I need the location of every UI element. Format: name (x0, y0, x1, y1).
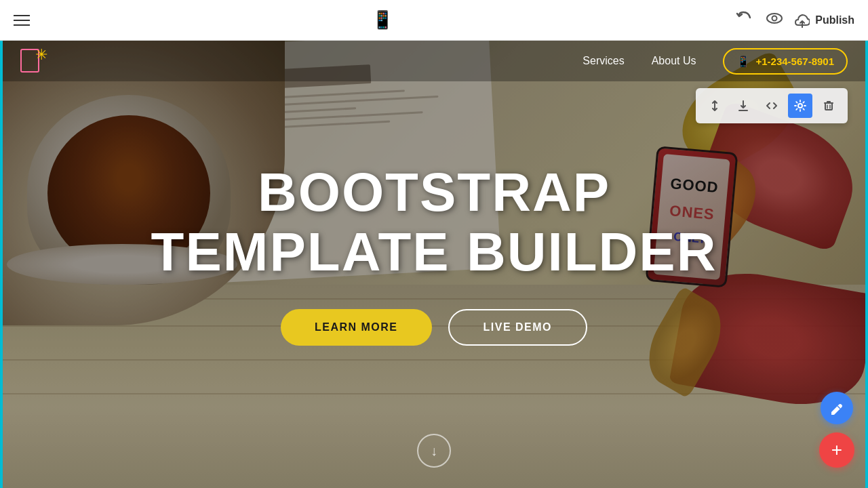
mobile-preview-icon[interactable]: 📱 (372, 9, 393, 30)
preview-icon[interactable] (765, 9, 784, 32)
fab-edit-button[interactable] (821, 392, 853, 424)
canvas-border-right (865, 41, 868, 488)
arrow-icon: ↓ (431, 443, 437, 459)
toolbar-left (14, 15, 30, 26)
logo-sun-icon: ✳ (35, 47, 47, 62)
publish-button[interactable]: Publish (795, 13, 854, 28)
delete-button[interactable] (816, 94, 841, 118)
nav-phone-button[interactable]: 📱 +1-234-567-8901 (723, 48, 848, 75)
nav-links: Services About Us 📱 +1-234-567-8901 (583, 48, 848, 75)
publish-label: Publish (815, 14, 854, 26)
scroll-down-arrow[interactable]: ↓ (417, 434, 451, 468)
hero-title-line2: TEMPLATE BUILDER (151, 222, 717, 282)
site-logo: ✳ (20, 47, 54, 75)
settings-button[interactable] (788, 94, 812, 118)
toolbar-center: 📱 (372, 9, 393, 30)
sort-button[interactable] (703, 94, 727, 118)
undo-icon[interactable] (735, 9, 754, 32)
phone-icon: 📱 (736, 55, 750, 68)
canvas: GOOD ONES ONLY ✳ Services About Us 📱 +1-… (0, 41, 868, 488)
svg-point-0 (767, 14, 782, 23)
logo-icon: ✳ (20, 47, 54, 75)
code-button[interactable] (760, 94, 784, 118)
toolbar-right: Publish (735, 9, 854, 32)
hero-content: BOOTSTRAP TEMPLATE BUILDER LEARN MORE LI… (0, 95, 868, 346)
hamburger-menu[interactable] (14, 15, 30, 26)
hero-buttons: LEARN MORE LIVE DEMO (281, 309, 587, 346)
hero-title: BOOTSTRAP TEMPLATE BUILDER (151, 163, 717, 282)
nav-about[interactable]: About Us (652, 55, 696, 67)
add-icon: + (831, 441, 842, 460)
phone-number: +1-234-567-8901 (755, 56, 834, 67)
float-toolbar (696, 88, 848, 123)
site-navigation: ✳ Services About Us 📱 +1-234-567-8901 (0, 41, 868, 81)
download-button[interactable] (731, 94, 755, 118)
canvas-border-left (0, 41, 3, 488)
learn-more-button[interactable]: LEARN MORE (281, 309, 432, 346)
fab-container: + (819, 392, 854, 468)
nav-services[interactable]: Services (583, 55, 624, 67)
top-toolbar: 📱 Publish (0, 0, 868, 41)
hero-title-line1: BOOTSTRAP (258, 162, 610, 222)
fab-add-button[interactable]: + (819, 432, 854, 468)
svg-point-4 (798, 104, 802, 108)
live-demo-button[interactable]: LIVE DEMO (448, 309, 588, 346)
svg-point-1 (772, 16, 777, 20)
svg-rect-5 (825, 103, 832, 110)
